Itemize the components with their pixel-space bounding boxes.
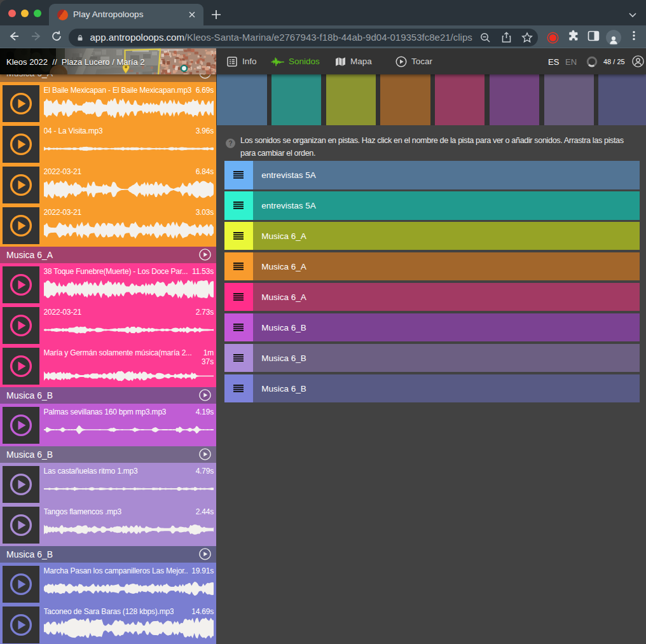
svg-text:?: ? xyxy=(228,140,232,147)
